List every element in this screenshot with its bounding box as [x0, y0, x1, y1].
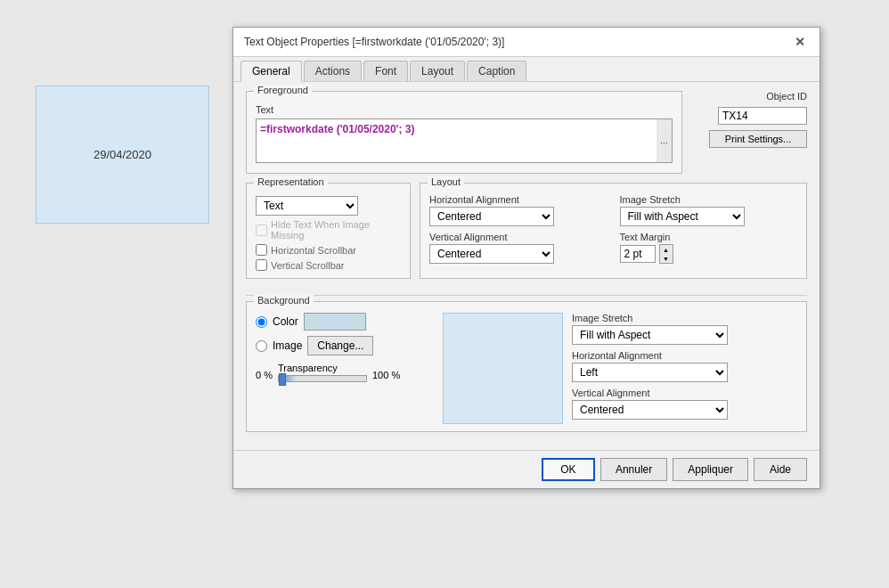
transparency-label: Transparency — [278, 363, 367, 373]
text-margin-input[interactable] — [620, 245, 656, 263]
horizontal-scrollbar-row: Horizontal Scrollbar — [256, 244, 401, 256]
text-margin-label: Text Margin — [620, 232, 798, 242]
foreground-section: Foreground Text =firstworkdate ('01/05/2… — [246, 91, 682, 183]
spinner-up-button[interactable]: ▲ — [660, 245, 673, 254]
representation-section: Representation Text Image Hide Text When… — [246, 183, 411, 279]
horizontal-alignment-label: Horizontal Alignment — [429, 194, 608, 205]
vertical-scrollbar-checkbox[interactable] — [256, 259, 267, 271]
transparency-track — [278, 375, 367, 382]
background-label: Background — [254, 295, 314, 306]
text-input[interactable]: =firstworkdate ('01/05/2020'; 3) — [256, 118, 673, 163]
dialog-footer: OK Annuler Appliquer Aide — [233, 450, 820, 488]
representation-label: Representation — [254, 176, 328, 187]
layout-section: Layout Horizontal Alignment Centered Lef… — [420, 183, 807, 279]
text-label: Text — [256, 99, 673, 115]
object-id-label: Object ID — [766, 91, 807, 102]
bg-controls-left: Color Image Change... 0 % Transparency — [256, 313, 434, 424]
color-swatch[interactable] — [304, 313, 366, 331]
layout-label: Layout — [428, 176, 464, 187]
image-radio-row: Image Change... — [256, 336, 434, 355]
spinner-down-button[interactable]: ▼ — [660, 254, 673, 263]
color-radio[interactable] — [256, 316, 267, 328]
representation-select[interactable]: Text Image — [256, 196, 358, 216]
preview-date: 29/04/2020 — [94, 148, 151, 161]
vertical-alignment-field: Vertical Alignment Centered Top Bottom — [429, 232, 608, 264]
transparency-slider-wrapper: Transparency — [278, 363, 367, 388]
tab-actions[interactable]: Actions — [304, 61, 362, 81]
vertical-scrollbar-label: Vertical Scrollbar — [271, 260, 345, 271]
transparency-0-label: 0 % — [256, 370, 273, 380]
close-button[interactable]: ✕ — [791, 35, 809, 49]
bg-vertical-alignment-field: Vertical Alignment Centered Top Bottom — [572, 388, 797, 420]
object-id-input[interactable] — [718, 107, 807, 125]
section-divider — [246, 295, 807, 296]
image-radio[interactable] — [256, 340, 267, 352]
foreground-label: Foreground — [254, 85, 312, 95]
preview-box: 29/04/2020 — [36, 86, 209, 224]
apply-button[interactable]: Appliquer — [673, 458, 748, 481]
color-radio-row: Color — [256, 313, 434, 331]
bg-horizontal-alignment-select[interactable]: Left Centered Right — [572, 363, 728, 382]
change-button[interactable]: Change... — [307, 336, 373, 355]
dialog-title: Text Object Properties [=firstworkdate (… — [244, 36, 504, 48]
tab-general[interactable]: General — [241, 61, 302, 82]
vertical-alignment-select[interactable]: Centered Top Bottom — [429, 244, 554, 264]
textarea-scroll-button[interactable]: … — [657, 118, 673, 163]
top-row: Foreground Text =firstworkdate ('01/05/2… — [246, 91, 807, 183]
vertical-scrollbar-row: Vertical Scrollbar — [256, 259, 401, 271]
text-margin-row: ▲ ▼ — [620, 244, 798, 264]
object-id-area: Object ID Print Settings... — [691, 91, 807, 148]
print-settings-button[interactable]: Print Settings... — [709, 130, 807, 148]
mid-row: Representation Text Image Hide Text When… — [246, 183, 807, 288]
bg-right-fields: Image Stretch Fill with Aspect Fill Fit … — [572, 313, 797, 420]
horizontal-alignment-select[interactable]: Centered Left Right — [429, 207, 554, 226]
image-stretch-label: Image Stretch — [620, 194, 798, 205]
bg-image-stretch-field: Image Stretch Fill with Aspect Fill Fit … — [572, 313, 797, 345]
bg-horizontal-alignment-label: Horizontal Alignment — [572, 350, 797, 361]
transparency-100-label: 100 % — [372, 370, 400, 380]
tab-caption[interactable]: Caption — [467, 61, 526, 81]
cancel-button[interactable]: Annuler — [600, 458, 667, 481]
foreground-group: Foreground Text =firstworkdate ('01/05/2… — [246, 91, 682, 174]
bg-image-stretch-label: Image Stretch — [572, 313, 797, 323]
help-button[interactable]: Aide — [754, 458, 807, 481]
color-label: Color — [273, 315, 298, 328]
dialog-body: Foreground Text =firstworkdate ('01/05/2… — [233, 82, 820, 450]
bg-vertical-alignment-select[interactable]: Centered Top Bottom — [572, 400, 728, 420]
horizontal-scrollbar-checkbox[interactable] — [256, 244, 267, 256]
bg-controls-right: Image Stretch Fill with Aspect Fill Fit … — [572, 313, 797, 424]
dialog-window: Text Object Properties [=firstworkdate (… — [232, 27, 820, 489]
hide-text-row: Hide Text When Image Missing — [256, 219, 401, 241]
background-section: Background Color Image Change... — [246, 301, 807, 432]
title-bar: Text Object Properties [=firstworkdate (… — [233, 28, 820, 57]
horizontal-alignment-field: Horizontal Alignment Centered Left Right — [429, 194, 608, 226]
tab-bar: General Actions Font Layout Caption — [233, 57, 820, 82]
transparency-thumb[interactable] — [279, 373, 286, 386]
image-stretch-select[interactable]: Fill with Aspect Fill Fit Clip — [620, 207, 745, 226]
text-margin-field: Text Margin ▲ ▼ — [620, 232, 798, 264]
bg-image-preview — [443, 313, 563, 424]
spinner-buttons: ▲ ▼ — [659, 244, 673, 264]
image-label: Image — [273, 339, 302, 352]
horizontal-scrollbar-label: Horizontal Scrollbar — [271, 245, 356, 256]
transparency-row: 0 % Transparency 100 % — [256, 363, 434, 388]
tab-layout[interactable]: Layout — [410, 61, 465, 81]
tab-font[interactable]: Font — [363, 61, 408, 81]
bg-horizontal-alignment-field: Horizontal Alignment Left Centered Right — [572, 350, 797, 382]
hide-text-label: Hide Text When Image Missing — [271, 219, 401, 241]
ok-button[interactable]: OK — [542, 458, 595, 481]
text-area-wrapper: =firstworkdate ('01/05/2020'; 3) … — [256, 118, 673, 166]
vertical-alignment-label: Vertical Alignment — [429, 232, 608, 242]
hide-text-checkbox[interactable] — [256, 225, 267, 236]
bg-image-stretch-select[interactable]: Fill with Aspect Fill Fit Clip — [572, 325, 728, 345]
bg-vertical-alignment-label: Vertical Alignment — [572, 388, 797, 398]
image-stretch-field: Image Stretch Fill with Aspect Fill Fit … — [620, 194, 798, 226]
